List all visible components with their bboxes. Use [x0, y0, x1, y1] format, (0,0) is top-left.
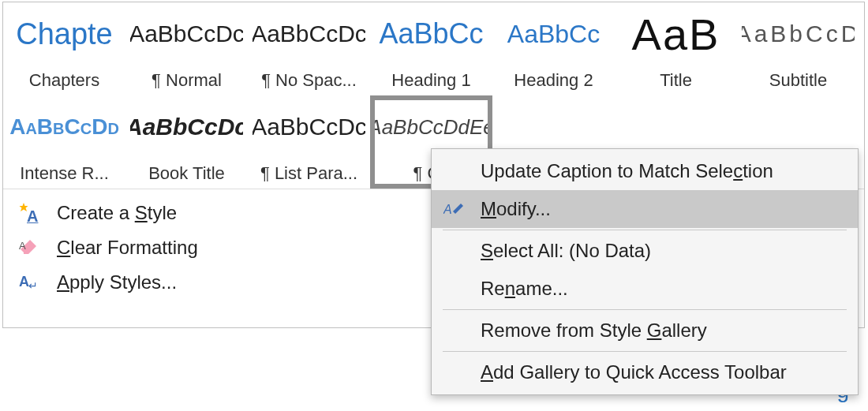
style-label: ¶ No Spac... [261, 65, 357, 91]
style-preview: AaBbCcDc [130, 2, 243, 65]
style-tile[interactable]: AaBbCcDdIntense R... [3, 95, 125, 189]
menu-rename[interactable]: Rename... [432, 270, 858, 308]
menu-update-label: Update Caption to Match Selection [481, 160, 773, 182]
clear-formatting-label: Clear Formatting [57, 237, 198, 259]
menu-update-to-match[interactable]: Update Caption to Match Selection [432, 152, 858, 190]
eraser-icon: A [17, 237, 43, 259]
style-label: ¶ List Para... [260, 159, 357, 184]
style-preview: AaBbCc [497, 2, 610, 65]
menu-rename-label: Rename... [481, 278, 568, 300]
style-tile[interactable]: AaBbCcHeading 1 [370, 2, 492, 95]
menu-separator [443, 309, 847, 310]
style-label: Intense R... [20, 159, 109, 184]
style-tile[interactable]: AaBTitle [615, 2, 737, 95]
apply-styles-label: Apply Styles... [57, 271, 177, 293]
menu-remove-label: Remove from Style Gallery [481, 319, 707, 342]
menu-remove-from-gallery[interactable]: Remove from Style Gallery [432, 312, 858, 349]
style-context-menu: Update Caption to Match Selection A Modi… [431, 148, 859, 395]
style-label: Title [660, 65, 692, 91]
menu-separator [443, 230, 847, 230]
style-label: Book Title [148, 159, 225, 184]
style-tile[interactable]: ChapteChapters [3, 2, 125, 95]
menu-add-qat-label: Add Gallery to Quick Access Toolbar [481, 361, 787, 383]
style-label: Heading 1 [391, 65, 470, 91]
style-label: Chapters [29, 65, 99, 91]
style-preview: AaBbCcDd [8, 95, 121, 159]
menu-select-all[interactable]: Select All: (No Data) [432, 232, 858, 270]
style-tile[interactable]: AaBbCcHeading 2 [492, 2, 615, 95]
style-tile[interactable]: AaBbCcDc¶ Normal [125, 2, 248, 95]
blank-icon [443, 241, 466, 261]
style-preview: AaBbCcDc [253, 95, 365, 159]
blank-icon [443, 362, 466, 383]
style-preview: AaB [619, 2, 732, 65]
menu-add-to-qat[interactable]: Add Gallery to Quick Access Toolbar [432, 353, 858, 391]
create-style-icon: A [17, 202, 43, 224]
styles-row-1: ChapteChaptersAaBbCcDc¶ NormalAaBbCcDc¶ … [3, 2, 864, 95]
create-a-style-label: Create a Style [57, 202, 177, 224]
blank-icon [443, 278, 466, 299]
svg-text:A: A [19, 240, 26, 252]
style-preview: AaBbCcDc [130, 95, 243, 159]
style-label: ¶ Normal [152, 65, 222, 91]
style-tile[interactable]: AaBbCcDcBook Title [125, 95, 248, 189]
style-preview: Chapte [8, 2, 121, 65]
modify-icon: A [443, 199, 466, 219]
svg-text:A: A [27, 207, 38, 223]
style-preview: AaBbCcDc [253, 2, 365, 65]
style-tile[interactable]: AaBbCcDc¶ List Para... [248, 95, 370, 189]
blank-icon [443, 320, 466, 341]
apply-styles-icon: A ↵ [17, 271, 43, 293]
menu-modify-label: Modify... [481, 198, 551, 220]
style-label: Subtitle [769, 65, 827, 91]
style-label: Heading 2 [514, 65, 593, 91]
style-tile[interactable]: AaBbCcDSubtitle [737, 2, 859, 95]
menu-separator [443, 351, 847, 352]
menu-select-all-label: Select All: (No Data) [481, 240, 651, 262]
blank-icon [443, 161, 466, 181]
svg-text:A: A [443, 203, 452, 216]
style-tile[interactable]: AaBbCcDc¶ No Spac... [248, 2, 370, 95]
menu-modify[interactable]: A Modify... [432, 190, 858, 228]
svg-text:↵: ↵ [28, 279, 38, 292]
style-preview: AaBbCc [375, 2, 488, 65]
style-preview: AaBbCcD [742, 2, 855, 65]
